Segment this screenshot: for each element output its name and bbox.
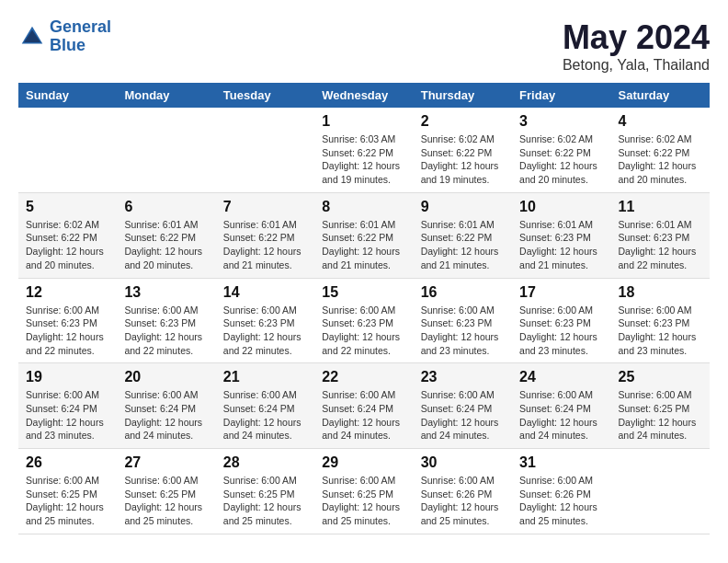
- day-info: Sunrise: 6:00 AMSunset: 6:24 PMDaylight:…: [124, 388, 208, 442]
- day-number: 21: [223, 369, 307, 385]
- day-cell: 13Sunrise: 6:00 AMSunset: 6:23 PMDayligh…: [117, 278, 215, 363]
- day-number: 6: [124, 199, 208, 215]
- day-info: Sunrise: 6:01 AMSunset: 6:23 PMDaylight:…: [619, 218, 702, 272]
- header-tuesday: Tuesday: [216, 83, 314, 108]
- day-number: 12: [26, 284, 109, 301]
- day-number: 7: [223, 199, 307, 215]
- header-saturday: Saturday: [611, 83, 710, 108]
- week-row-1: 1Sunrise: 6:03 AMSunset: 6:22 PMDaylight…: [18, 108, 710, 192]
- week-row-4: 19Sunrise: 6:00 AMSunset: 6:24 PMDayligh…: [18, 363, 710, 449]
- day-cell: 6Sunrise: 6:01 AMSunset: 6:22 PMDaylight…: [117, 192, 215, 278]
- day-info: Sunrise: 6:03 AMSunset: 6:22 PMDaylight:…: [322, 132, 405, 187]
- day-cell: 10Sunrise: 6:01 AMSunset: 6:23 PMDayligh…: [512, 192, 610, 278]
- day-number: 14: [223, 284, 307, 301]
- day-number: 26: [26, 454, 109, 471]
- day-number: 27: [124, 454, 208, 471]
- day-cell: 21Sunrise: 6:00 AMSunset: 6:24 PMDayligh…: [216, 363, 314, 449]
- day-info: Sunrise: 6:01 AMSunset: 6:23 PMDaylight:…: [519, 218, 603, 272]
- day-cell: 20Sunrise: 6:00 AMSunset: 6:24 PMDayligh…: [117, 363, 215, 449]
- week-row-5: 26Sunrise: 6:00 AMSunset: 6:25 PMDayligh…: [18, 449, 710, 534]
- day-cell: [611, 449, 710, 534]
- day-info: Sunrise: 6:02 AMSunset: 6:22 PMDaylight:…: [26, 218, 109, 272]
- day-cell: 25Sunrise: 6:00 AMSunset: 6:25 PMDayligh…: [611, 363, 710, 449]
- day-number: 11: [619, 199, 702, 215]
- week-row-3: 12Sunrise: 6:00 AMSunset: 6:23 PMDayligh…: [18, 278, 710, 363]
- day-number: 16: [421, 284, 505, 301]
- day-number: 25: [619, 369, 702, 385]
- day-info: Sunrise: 6:00 AMSunset: 6:23 PMDaylight:…: [124, 304, 208, 358]
- day-cell: 28Sunrise: 6:00 AMSunset: 6:25 PMDayligh…: [216, 449, 314, 534]
- day-number: 13: [124, 284, 208, 301]
- logo: General Blue: [18, 18, 111, 55]
- day-cell: 17Sunrise: 6:00 AMSunset: 6:23 PMDayligh…: [512, 278, 610, 363]
- day-info: Sunrise: 6:00 AMSunset: 6:24 PMDaylight:…: [223, 388, 307, 442]
- header-monday: Monday: [117, 83, 215, 108]
- page-header: General Blue May 2024 Betong, Yala, Thai…: [18, 18, 710, 74]
- day-info: Sunrise: 6:02 AMSunset: 6:22 PMDaylight:…: [421, 132, 505, 187]
- day-number: 1: [322, 113, 405, 130]
- day-cell: 12Sunrise: 6:00 AMSunset: 6:23 PMDayligh…: [18, 278, 117, 363]
- day-info: Sunrise: 6:02 AMSunset: 6:22 PMDaylight:…: [519, 132, 603, 187]
- day-info: Sunrise: 6:00 AMSunset: 6:23 PMDaylight:…: [223, 304, 307, 358]
- day-cell: 8Sunrise: 6:01 AMSunset: 6:22 PMDaylight…: [314, 192, 413, 278]
- day-number: 22: [322, 369, 405, 385]
- day-cell: 19Sunrise: 6:00 AMSunset: 6:24 PMDayligh…: [18, 363, 117, 449]
- day-number: 15: [322, 284, 405, 301]
- day-cell: 5Sunrise: 6:02 AMSunset: 6:22 PMDaylight…: [18, 192, 117, 278]
- day-cell: 1Sunrise: 6:03 AMSunset: 6:22 PMDaylight…: [314, 108, 413, 192]
- day-info: Sunrise: 6:00 AMSunset: 6:23 PMDaylight:…: [26, 304, 109, 358]
- day-cell: 24Sunrise: 6:00 AMSunset: 6:24 PMDayligh…: [512, 363, 610, 449]
- subtitle: Betong, Yala, Thailand: [563, 57, 710, 74]
- logo-line2: Blue: [50, 36, 85, 54]
- day-number: 5: [26, 199, 109, 215]
- day-cell: 30Sunrise: 6:00 AMSunset: 6:26 PMDayligh…: [414, 449, 512, 534]
- day-info: Sunrise: 6:00 AMSunset: 6:26 PMDaylight:…: [519, 474, 603, 528]
- day-info: Sunrise: 6:00 AMSunset: 6:24 PMDaylight:…: [26, 388, 109, 442]
- day-number: 9: [421, 199, 505, 215]
- day-number: 17: [519, 284, 603, 301]
- days-header-row: SundayMondayTuesdayWednesdayThursdayFrid…: [18, 83, 710, 108]
- day-info: Sunrise: 6:01 AMSunset: 6:22 PMDaylight:…: [322, 218, 405, 272]
- day-info: Sunrise: 6:00 AMSunset: 6:23 PMDaylight:…: [322, 304, 405, 358]
- week-row-2: 5Sunrise: 6:02 AMSunset: 6:22 PMDaylight…: [18, 192, 710, 278]
- day-cell: 14Sunrise: 6:00 AMSunset: 6:23 PMDayligh…: [216, 278, 314, 363]
- header-thursday: Thursday: [414, 83, 512, 108]
- day-cell: 9Sunrise: 6:01 AMSunset: 6:22 PMDaylight…: [414, 192, 512, 278]
- day-info: Sunrise: 6:00 AMSunset: 6:25 PMDaylight:…: [223, 474, 307, 528]
- day-cell: 7Sunrise: 6:01 AMSunset: 6:22 PMDaylight…: [216, 192, 314, 278]
- day-cell: 18Sunrise: 6:00 AMSunset: 6:23 PMDayligh…: [611, 278, 710, 363]
- day-number: 20: [124, 369, 208, 385]
- day-cell: 4Sunrise: 6:02 AMSunset: 6:22 PMDaylight…: [611, 108, 710, 192]
- day-cell: [18, 108, 117, 192]
- calendar-table: SundayMondayTuesdayWednesdayThursdayFrid…: [18, 83, 710, 534]
- day-info: Sunrise: 6:00 AMSunset: 6:23 PMDaylight:…: [619, 304, 702, 358]
- day-number: 30: [421, 454, 505, 471]
- day-number: 31: [519, 454, 603, 471]
- day-info: Sunrise: 6:00 AMSunset: 6:26 PMDaylight:…: [421, 474, 505, 528]
- day-info: Sunrise: 6:00 AMSunset: 6:23 PMDaylight:…: [421, 304, 505, 358]
- day-number: 18: [619, 284, 702, 301]
- day-info: Sunrise: 6:00 AMSunset: 6:24 PMDaylight:…: [421, 388, 505, 442]
- day-number: 10: [519, 199, 603, 215]
- day-info: Sunrise: 6:00 AMSunset: 6:25 PMDaylight:…: [322, 474, 405, 528]
- day-cell: 29Sunrise: 6:00 AMSunset: 6:25 PMDayligh…: [314, 449, 413, 534]
- day-info: Sunrise: 6:01 AMSunset: 6:22 PMDaylight:…: [421, 218, 505, 272]
- day-info: Sunrise: 6:00 AMSunset: 6:23 PMDaylight:…: [519, 304, 603, 358]
- day-cell: [117, 108, 215, 192]
- day-cell: 26Sunrise: 6:00 AMSunset: 6:25 PMDayligh…: [18, 449, 117, 534]
- logo-line1: General: [50, 17, 111, 36]
- day-cell: 11Sunrise: 6:01 AMSunset: 6:23 PMDayligh…: [611, 192, 710, 278]
- day-number: 23: [421, 369, 505, 385]
- day-cell: 16Sunrise: 6:00 AMSunset: 6:23 PMDayligh…: [414, 278, 512, 363]
- day-cell: 2Sunrise: 6:02 AMSunset: 6:22 PMDaylight…: [414, 108, 512, 192]
- day-info: Sunrise: 6:00 AMSunset: 6:25 PMDaylight:…: [124, 474, 208, 528]
- header-wednesday: Wednesday: [314, 83, 413, 108]
- day-info: Sunrise: 6:00 AMSunset: 6:25 PMDaylight:…: [619, 388, 702, 442]
- day-number: 8: [322, 199, 405, 215]
- header-sunday: Sunday: [18, 83, 117, 108]
- day-info: Sunrise: 6:01 AMSunset: 6:22 PMDaylight:…: [223, 218, 307, 272]
- day-cell: 3Sunrise: 6:02 AMSunset: 6:22 PMDaylight…: [512, 108, 610, 192]
- logo-text: General Blue: [50, 18, 111, 55]
- day-number: 3: [519, 113, 603, 130]
- day-info: Sunrise: 6:00 AMSunset: 6:25 PMDaylight:…: [26, 474, 109, 528]
